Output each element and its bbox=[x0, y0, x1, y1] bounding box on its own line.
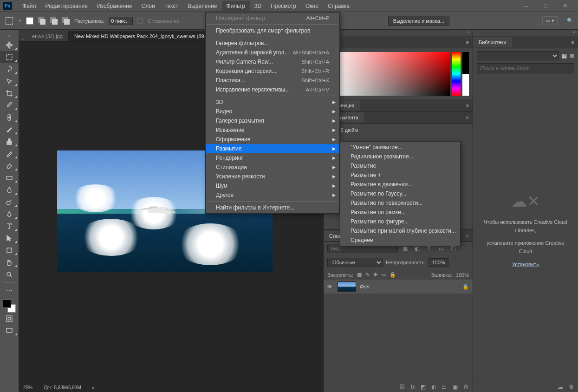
menu-item[interactable]: Фильтр Camera Raw...Shift+Ctrl+A bbox=[206, 57, 339, 66]
lock-trans-icon[interactable]: ▩ bbox=[357, 272, 362, 278]
color-picker[interactable] bbox=[324, 48, 473, 99]
pen-tool[interactable] bbox=[0, 208, 19, 220]
eyedropper-tool[interactable] bbox=[0, 99, 19, 111]
selection-mode-new-icon[interactable] bbox=[26, 17, 33, 25]
lock-artb-icon[interactable]: ▭ bbox=[381, 272, 386, 278]
gradient-tool[interactable] bbox=[0, 172, 19, 184]
submenu-item[interactable]: Размытие по рамке... bbox=[340, 208, 460, 217]
list-view-icon[interactable]: ≣ bbox=[570, 52, 574, 59]
zoom-level[interactable]: 25% bbox=[23, 385, 32, 390]
submenu-item[interactable]: Размытие + bbox=[340, 170, 460, 180]
submenu-item[interactable]: Размытие bbox=[340, 161, 460, 170]
menu-фильтр[interactable]: Фильтр bbox=[222, 1, 250, 11]
quick-select-tool[interactable] bbox=[0, 75, 19, 87]
menu-item[interactable]: Видео▶ bbox=[206, 107, 339, 116]
mask-icon[interactable]: ◩ bbox=[421, 384, 426, 390]
menu-3d[interactable]: 3D bbox=[250, 1, 266, 11]
panel-menu-icon[interactable]: ≡ bbox=[462, 39, 473, 45]
search-icon[interactable]: 🔍 bbox=[567, 18, 573, 24]
lib-delete-icon[interactable]: 🗑 bbox=[569, 384, 574, 390]
lock-pos-icon[interactable]: ✥ bbox=[373, 272, 377, 278]
menu-выделение[interactable]: Выделение bbox=[183, 1, 222, 11]
submenu-item[interactable]: Размытие по Гауссу... bbox=[340, 189, 460, 198]
path-select-tool[interactable] bbox=[0, 232, 19, 244]
new-layer-icon[interactable]: ▣ bbox=[453, 384, 458, 390]
menu-текст[interactable]: Текст bbox=[160, 1, 183, 11]
brush-tool[interactable] bbox=[0, 124, 19, 136]
selection-mode-add-icon[interactable] bbox=[38, 17, 45, 25]
lib-cloud-icon[interactable]: ☁ bbox=[558, 384, 563, 390]
menu-item[interactable]: Размытие▶ bbox=[206, 144, 339, 153]
close-button[interactable]: ✕ bbox=[559, 3, 571, 9]
delete-icon[interactable]: 🗑 bbox=[463, 384, 469, 390]
layer-row[interactable]: 👁 Фон 🔒 bbox=[324, 280, 473, 294]
screenmode-icon[interactable] bbox=[0, 325, 19, 337]
menu-окно[interactable]: Окно bbox=[301, 1, 323, 11]
menu-просмотр[interactable]: Просмотр bbox=[266, 1, 301, 11]
menu-item[interactable]: Пластика...Shift+Ctrl+X bbox=[206, 76, 339, 85]
adjustment-icon[interactable]: ◐ bbox=[431, 384, 436, 390]
stamp-tool[interactable] bbox=[0, 136, 19, 148]
stock-search-input[interactable] bbox=[477, 63, 574, 73]
submenu-item[interactable]: Радиальное размытие... bbox=[340, 152, 460, 161]
history-brush-tool[interactable] bbox=[0, 148, 19, 160]
maximize-button[interactable]: □ bbox=[540, 3, 551, 9]
group-icon[interactable]: 🗀 bbox=[442, 384, 447, 390]
blend-mode-select[interactable]: Обычные bbox=[327, 258, 383, 267]
select-and-mask-button[interactable]: Выделение и маска... bbox=[388, 16, 449, 26]
menu-изображение[interactable]: Изображение bbox=[92, 1, 137, 11]
move-tool[interactable] bbox=[0, 39, 19, 51]
feather-input[interactable] bbox=[109, 17, 133, 25]
submenu-item[interactable]: "Умное" размытие... bbox=[340, 143, 460, 152]
menu-item[interactable]: 3D▶ bbox=[206, 98, 339, 107]
library-select[interactable] bbox=[477, 51, 559, 60]
workspace-switcher-icon[interactable]: ▭ ▾ bbox=[542, 16, 558, 25]
menu-item[interactable]: Шум▶ bbox=[206, 181, 339, 190]
fill-field[interactable]: 100% bbox=[456, 272, 469, 278]
menu-редактирование[interactable]: Редактирование bbox=[41, 1, 92, 11]
hand-tool[interactable] bbox=[0, 256, 19, 268]
antialias-checkbox[interactable] bbox=[137, 18, 143, 24]
shape-tool[interactable] bbox=[0, 244, 19, 256]
install-link[interactable]: Установить bbox=[512, 261, 539, 269]
fx-icon[interactable]: fx bbox=[411, 384, 415, 390]
document-tab[interactable]: New Mixed HD Wallpapers Pack 264_igoryk_… bbox=[69, 31, 210, 41]
submenu-item[interactable]: Размытие по поверхности... bbox=[340, 198, 460, 208]
menu-item[interactable]: Исправление перспективы...Alt+Ctrl+V bbox=[206, 85, 339, 94]
menu-файл[interactable]: Файл bbox=[18, 1, 41, 11]
menu-item[interactable]: Коррекция дисторсии...Shift+Ctrl+R bbox=[206, 66, 339, 76]
menu-слои[interactable]: Слои bbox=[137, 1, 160, 11]
menu-item[interactable]: Преобразовать для смарт-фильтров bbox=[206, 26, 339, 35]
blur-tool[interactable] bbox=[0, 184, 19, 196]
minimize-button[interactable]: — bbox=[520, 3, 532, 9]
submenu-item[interactable]: Размытие в движении... bbox=[340, 180, 460, 189]
menu-item[interactable]: Найти фильтры в Интернете... bbox=[206, 203, 339, 212]
type-tool[interactable] bbox=[0, 220, 19, 232]
color-swatches[interactable] bbox=[3, 300, 16, 313]
visibility-icon[interactable]: 👁 bbox=[327, 284, 334, 289]
menu-item[interactable]: Адаптивный широкий угол...Alt+Shift+Ctrl… bbox=[206, 48, 339, 57]
submenu-item[interactable]: Размытие при малой глубине резкости... bbox=[340, 226, 460, 235]
menu-item[interactable]: Другое▶ bbox=[206, 190, 339, 200]
menu-справка[interactable]: Справка bbox=[323, 1, 354, 11]
menu-item[interactable]: Искажение▶ bbox=[206, 125, 339, 135]
edit-toolbar-icon[interactable]: ⋯ bbox=[0, 285, 19, 297]
menu-item[interactable]: Галерея размытия▶ bbox=[206, 116, 339, 125]
menu-item[interactable]: Галерея фильтров... bbox=[206, 39, 339, 48]
selection-mode-int-icon[interactable] bbox=[62, 17, 70, 25]
lock-paint-icon[interactable]: ✎ bbox=[365, 272, 370, 278]
menu-item[interactable]: Рендеринг▶ bbox=[206, 153, 339, 163]
grid-view-icon[interactable]: ▦ bbox=[562, 52, 567, 59]
healing-tool[interactable] bbox=[0, 111, 19, 124]
zoom-tool[interactable] bbox=[0, 268, 19, 281]
crop-tool[interactable] bbox=[0, 87, 19, 99]
libraries-tab[interactable]: Библиотеки bbox=[473, 37, 512, 47]
document-tab[interactable]: er.ws (32).jpg bbox=[26, 31, 69, 41]
quickmask-icon[interactable] bbox=[0, 313, 19, 325]
menu-item[interactable]: Стилизация▶ bbox=[206, 163, 339, 172]
submenu-item[interactable]: Среднее bbox=[340, 235, 460, 245]
menu-item[interactable]: Усиление резкости▶ bbox=[206, 172, 339, 181]
submenu-item[interactable]: Размытие по фигуре... bbox=[340, 217, 460, 226]
link-layers-icon[interactable]: ⛓ bbox=[400, 384, 405, 390]
dodge-tool[interactable] bbox=[0, 196, 19, 208]
